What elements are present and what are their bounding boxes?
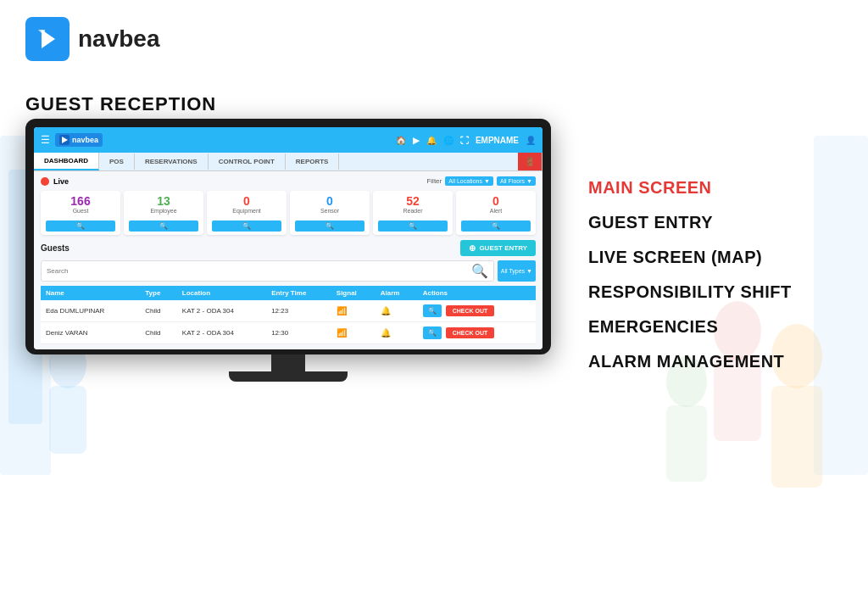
- search-input[interactable]: [47, 267, 471, 275]
- fullscreen-icon[interactable]: ⛶: [460, 136, 469, 145]
- type-filter[interactable]: All Types ▼: [498, 260, 536, 282]
- bell-icon[interactable]: 🔔: [426, 136, 437, 145]
- menu-main-screen-label: MAIN SCREEN: [588, 178, 843, 198]
- live-indicator: Live: [41, 177, 69, 186]
- app-logo-icon: [59, 135, 70, 145]
- guest-entry-label: GUEST ENTRY: [479, 244, 527, 252]
- stat-equipment: 0 Equipment 🔍: [207, 191, 287, 235]
- employee-search-btn[interactable]: 🔍: [129, 220, 198, 232]
- menu-item-responsibility[interactable]: RESPONSIBILITY SHIFT: [588, 282, 843, 302]
- row1-actions: 🔍 CHECK OUT: [418, 300, 536, 322]
- app-bar-left: ☰ navbea: [41, 133, 103, 147]
- col-type: Type: [140, 286, 177, 300]
- home-icon[interactable]: 🏠: [396, 136, 406, 145]
- logo-icon: [35, 26, 60, 52]
- tab-dashboard[interactable]: DASHBOARD: [34, 153, 99, 170]
- tab-reservations[interactable]: RESERVATIONS: [135, 154, 209, 170]
- table-body: Eda DUMLUPINAR Child KAT 2 - ODA 304 12:…: [41, 300, 536, 344]
- row1-type: Child: [140, 300, 177, 322]
- stand-neck: [271, 354, 305, 371]
- row2-search-btn[interactable]: 🔍: [423, 327, 442, 339]
- type-filter-label: All Types: [501, 268, 525, 274]
- table-header: Name Type Location Entry Time Signal Ala…: [41, 286, 536, 300]
- floor-filter[interactable]: All Floors ▼: [497, 176, 536, 186]
- row2-checkout-btn[interactable]: CHECK OUT: [446, 327, 495, 338]
- tab-pos[interactable]: POS: [99, 154, 135, 170]
- guests-table: Name Type Location Entry Time Signal Ala…: [41, 286, 536, 344]
- menu-live-screen-label: LIVE SCREEN (MAP): [588, 248, 843, 267]
- guest-label: Guest: [46, 208, 115, 214]
- filter-label: Filter: [426, 177, 442, 185]
- stat-reader: 52 Reader 🔍: [373, 191, 453, 235]
- row1-search-btn[interactable]: 🔍: [423, 304, 442, 317]
- guest-count: 166: [46, 194, 115, 208]
- row2-signal: 📶: [331, 322, 376, 344]
- app-bar: ☰ navbea 🏠 ▶ 🔔 🌐 ⛶ EMPNAME: [34, 127, 542, 153]
- user-icon: 👤: [526, 136, 536, 145]
- guest-entry-button[interactable]: ⊕ GUEST ENTRY: [460, 240, 536, 256]
- col-actions: Actions: [418, 286, 536, 300]
- row1-location: KAT 2 - ODA 304: [177, 300, 266, 322]
- nav-tabs: DASHBOARD POS RESERVATIONS CONTROL POINT…: [34, 153, 542, 171]
- menu-guest-entry-label: GUEST ENTRY: [588, 213, 843, 232]
- tab-reports[interactable]: REPORTS: [286, 154, 340, 170]
- guest-search-btn[interactable]: 🔍: [46, 220, 115, 232]
- col-entry-time: Entry Time: [266, 286, 331, 300]
- globe-icon[interactable]: 🌐: [443, 136, 453, 145]
- svg-rect-4: [49, 386, 86, 454]
- right-panel: MAIN SCREEN GUEST ENTRY LIVE SCREEN (MAP…: [588, 178, 843, 387]
- monitor-wrapper: ☰ navbea 🏠 ▶ 🔔 🌐 ⛶ EMPNAME: [25, 119, 551, 382]
- menu-item-guest-entry[interactable]: GUEST ENTRY: [588, 213, 843, 232]
- reader-label: Reader: [378, 208, 448, 214]
- menu-item-alarm[interactable]: ALARM MANAGEMENT: [588, 352, 843, 371]
- reader-count: 52: [378, 194, 448, 208]
- menu-item-emergencies[interactable]: EMERGENCIES: [588, 317, 843, 337]
- stand-base: [229, 371, 348, 382]
- app-bar-right: 🏠 ▶ 🔔 🌐 ⛶ EMPNAME 👤: [396, 136, 536, 145]
- screen: ☰ navbea 🏠 ▶ 🔔 🌐 ⛶ EMPNAME: [34, 127, 542, 349]
- signal-icon-2: 📶: [337, 328, 347, 338]
- hamburger-icon[interactable]: ☰: [41, 134, 50, 146]
- search-bar: 🔍 All Types ▼: [41, 260, 536, 282]
- table-row: Deniz VARAN Child KAT 2 - ODA 304 12:30 …: [41, 322, 536, 344]
- location-filter-arrow: ▼: [484, 178, 490, 184]
- row2-name: Deniz VARAN: [41, 322, 140, 344]
- row2-actions: 🔍 CHECK OUT: [418, 322, 536, 344]
- menu-responsibility-label: RESPONSIBILITY SHIFT: [588, 282, 843, 302]
- play-icon[interactable]: ▶: [413, 136, 420, 145]
- equipment-label: Equipment: [212, 208, 281, 214]
- reader-search-btn[interactable]: 🔍: [378, 220, 448, 232]
- header: navbea: [25, 17, 160, 61]
- menu-emergencies-label: EMERGENCIES: [588, 317, 843, 337]
- equipment-search-btn[interactable]: 🔍: [212, 220, 281, 232]
- menu-alarm-label: ALARM MANAGEMENT: [588, 352, 843, 371]
- svg-rect-10: [666, 405, 707, 482]
- stat-employee: 13 Employee 🔍: [124, 191, 203, 235]
- menu-item-main-screen[interactable]: MAIN SCREEN: [588, 178, 843, 198]
- guest-entry-icon: ⊕: [469, 243, 476, 253]
- alert-label: Alert: [461, 208, 531, 214]
- tab-control-point[interactable]: CONTROL POINT: [209, 154, 286, 170]
- floor-filter-label: All Floors: [500, 178, 525, 184]
- menu-item-live-screen[interactable]: LIVE SCREEN (MAP): [588, 248, 843, 267]
- row1-time: 12:23: [266, 300, 331, 322]
- location-filter-label: All Locations: [448, 178, 482, 184]
- live-label: Live: [53, 177, 69, 186]
- exit-button[interactable]: 🚪: [518, 153, 542, 170]
- row1-signal: 📶: [331, 300, 376, 322]
- alarm-icon: 🔔: [381, 306, 391, 315]
- username: EMPNAME: [476, 136, 519, 145]
- row1-checkout-btn[interactable]: CHECK OUT: [446, 305, 495, 316]
- svg-rect-8: [771, 386, 822, 488]
- equipment-count: 0: [212, 194, 281, 208]
- brand-name: navbea: [78, 25, 160, 53]
- logo-box: [25, 17, 70, 61]
- location-filter[interactable]: All Locations ▼: [445, 176, 493, 186]
- col-alarm: Alarm: [376, 286, 418, 300]
- alert-search-btn[interactable]: 🔍: [461, 220, 531, 232]
- row1-alarm: 🔔: [376, 300, 418, 322]
- employee-count: 13: [129, 194, 198, 208]
- sensor-search-btn[interactable]: 🔍: [295, 220, 364, 232]
- type-filter-arrow: ▼: [526, 268, 532, 274]
- filter-row: Filter All Locations ▼ All Floors ▼: [426, 176, 536, 186]
